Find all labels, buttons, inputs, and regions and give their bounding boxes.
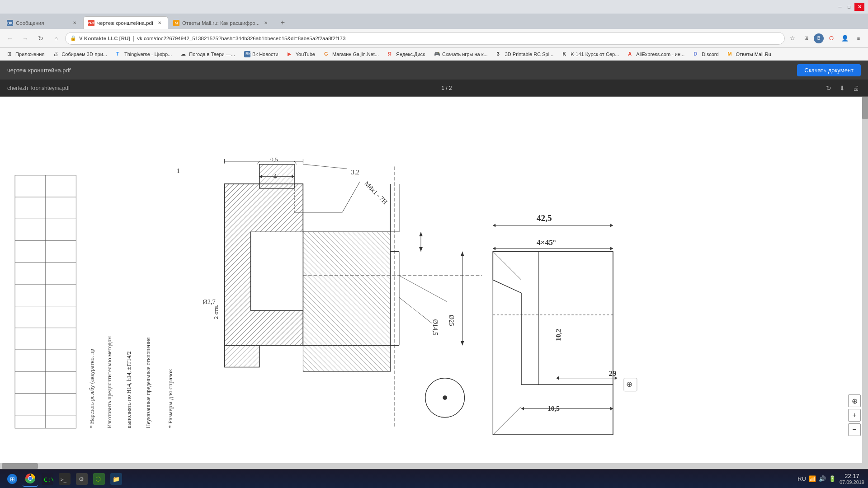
3d-icon: 🖨: [53, 51, 60, 57]
svg-text:4×45°: 4×45°: [537, 238, 556, 247]
bookmark-ali[interactable]: A AliExpress.com - ин...: [624, 49, 688, 59]
menu-icon[interactable]: ≡: [853, 33, 864, 44]
bookmark-discord-label: Discord: [702, 52, 718, 57]
start-button[interactable]: ⊞: [4, 470, 21, 488]
bookmark-gaijin-label: Магазин Gaijin.Net...: [332, 52, 379, 57]
taskbar: ⊞: [0, 469, 868, 488]
svg-text:Ø2,7: Ø2,7: [203, 298, 216, 305]
tab-mail-close[interactable]: ✕: [262, 19, 269, 27]
bookmark-weather[interactable]: ☁ Погода в Твери —...: [177, 49, 239, 59]
apps-icon: ⊞: [7, 51, 14, 57]
taskbar-chrome-icon[interactable]: [23, 471, 38, 487]
k141-icon: K: [562, 51, 569, 57]
scrollbar-thumb[interactable]: [862, 97, 868, 119]
opera-icon[interactable]: O: [826, 33, 837, 44]
h-scrollbar-thumb[interactable]: [2, 463, 38, 469]
bookmark-games[interactable]: 🎮 Скачать игры на к...: [430, 49, 491, 59]
svg-text:выполнять по Н14, h14, ±IT14/2: выполнять по Н14, h14, ±IT14/2: [126, 351, 132, 428]
vertical-scrollbar[interactable]: [862, 97, 868, 463]
tab-mail[interactable]: M Ответы Mail.ru: Как расшифро... ✕: [168, 16, 274, 29]
bookmark-thingiverse[interactable]: T Thingiverse - Цифр...: [113, 49, 175, 59]
svg-text:C:\: C:\: [44, 476, 53, 483]
home-button[interactable]: ⌂: [50, 32, 62, 45]
extensions-icon[interactable]: ⊞: [800, 33, 812, 44]
profile-icon[interactable]: 👤: [839, 33, 851, 44]
tab-pdf-close[interactable]: ✕: [156, 19, 163, 27]
pdf-header-title: чертеж кронштейна.pdf: [7, 67, 71, 74]
horizontal-scrollbar[interactable]: [0, 463, 868, 469]
svg-text:⬡: ⬡: [95, 475, 101, 483]
minimize-button[interactable]: ─: [836, 3, 844, 10]
taskbar-battery-icon: 🔋: [829, 475, 836, 482]
tab-mail-label: Ответы Mail.ru: Как расшифро...: [182, 20, 259, 26]
close-button[interactable]: ✕: [854, 3, 864, 11]
bookmark-vk[interactable]: ВК Вк Новости: [241, 49, 282, 59]
bookmark-ydisk[interactable]: Я Яндекс.Диск: [384, 49, 429, 59]
svg-rect-92: [303, 345, 390, 371]
bookmark-thingiverse-label: Thingiverse - Цифр...: [124, 52, 172, 57]
taskbar-volume-icon: 🔊: [819, 475, 826, 482]
svg-text:42,5: 42,5: [537, 213, 552, 223]
mailru-icon: M: [728, 51, 734, 57]
pdf-download-icon[interactable]: ⬇: [837, 83, 847, 93]
pdf-download-button[interactable]: Скачать документ: [797, 64, 861, 76]
bookmark-ydisk-label: Яндекс.Диск: [396, 52, 425, 57]
taskbar-right: RU 📶 🔊 🔋 22:17 07.09.2019: [797, 473, 864, 485]
svg-text:>_: >_: [61, 477, 67, 483]
svg-text:Неуказанные предельные отклоне: Неуказанные предельные отклонения: [145, 337, 151, 428]
bookmark-mail[interactable]: M Ответы Mail.Ru: [724, 49, 775, 59]
tab-messages-close[interactable]: ✕: [71, 19, 78, 27]
svg-text:* Нарезать резьбу (аккуратно. : * Нарезать резьбу (аккуратно. пр: [89, 349, 95, 428]
mail-icon: M: [173, 20, 179, 26]
rc-icon: 3: [497, 51, 503, 57]
bookmark-ali-label: AliExpress.com - ин...: [636, 52, 684, 57]
bookmark-discord[interactable]: D Discord: [690, 49, 722, 59]
svg-text:2 отв.: 2 отв.: [212, 305, 219, 319]
bookmark-vk-label: Вк Новости: [252, 52, 278, 57]
new-tab-button[interactable]: +: [276, 16, 289, 29]
zoom-out-button[interactable]: −: [848, 423, 861, 436]
bookmark-apps[interactable]: ⊞ Приложения: [4, 49, 48, 59]
vk-icon: ВК: [7, 20, 13, 26]
svg-text:⊞: ⊞: [10, 476, 15, 483]
svg-rect-0: [15, 97, 853, 463]
taskbar-cmd-icon[interactable]: C:\: [40, 471, 55, 487]
taskbar-app3-icon[interactable]: 📁: [108, 471, 124, 487]
bookmarks-bar: ⊞ Приложения 🖨 Собираем 3D-при... T Thin…: [0, 48, 868, 61]
reload-button[interactable]: ↻: [34, 32, 47, 45]
taskbar-app2-icon[interactable]: ⬡: [91, 471, 107, 487]
zoom-in-button[interactable]: +: [848, 409, 861, 422]
zoom-crosshair-button[interactable]: ⊕: [848, 394, 861, 407]
bookmark-rc[interactable]: 3 3D Printable RC Spi...: [493, 49, 557, 59]
bookmark-k141-label: K-141 Курск от Сер...: [571, 52, 619, 57]
bookmark-youtube[interactable]: ▶ YouTube: [284, 49, 319, 59]
pdf-icon: PDF: [88, 20, 94, 26]
vk-toolbar-icon[interactable]: В: [814, 33, 824, 43]
svg-rect-91: [303, 232, 390, 345]
star-icon[interactable]: ☆: [788, 33, 797, 43]
pdf-page: * Размеры для справок Неуказанные предел…: [0, 97, 868, 463]
taskbar-lang-label: RU: [797, 475, 806, 482]
pdf-print-icon[interactable]: 🖨: [851, 83, 861, 93]
svg-text:10,5: 10,5: [547, 404, 560, 412]
games-icon: 🎮: [434, 51, 440, 57]
address-bar[interactable]: 🔒 V Kontakte LLC [RU] | vk.com/doc226794…: [65, 32, 785, 45]
maximize-button[interactable]: □: [845, 3, 853, 10]
taskbar-app1-icon[interactable]: ⚙: [74, 471, 90, 487]
back-button[interactable]: ←: [4, 32, 16, 45]
svg-text:29: 29: [609, 369, 617, 378]
address-bar-row: ← → ↻ ⌂ 🔒 V Kontakte LLC [RU] | vk.com/d…: [0, 29, 868, 48]
bookmark-youtube-label: YouTube: [296, 52, 315, 57]
pdf-refresh-icon[interactable]: ↻: [824, 83, 834, 93]
taskbar-terminal-icon[interactable]: >_: [57, 471, 72, 487]
svg-text:⊕: ⊕: [626, 380, 632, 389]
bookmark-k141[interactable]: K K-141 Курск от Сер...: [559, 49, 623, 59]
title-bar: ─ □ ✕: [0, 0, 868, 14]
svg-text:📁: 📁: [113, 475, 120, 483]
bookmark-3d[interactable]: 🖨 Собираем 3D-при...: [50, 49, 111, 59]
bookmark-games-label: Скачать игры на к...: [442, 52, 488, 57]
tab-pdf[interactable]: PDF чертеж кронштейна.pdf ✕: [83, 16, 168, 29]
tab-messages[interactable]: ВК Сообщения ✕: [2, 16, 83, 29]
bookmark-gaijin[interactable]: G Магазин Gaijin.Net...: [321, 49, 382, 59]
forward-button[interactable]: →: [19, 32, 32, 45]
